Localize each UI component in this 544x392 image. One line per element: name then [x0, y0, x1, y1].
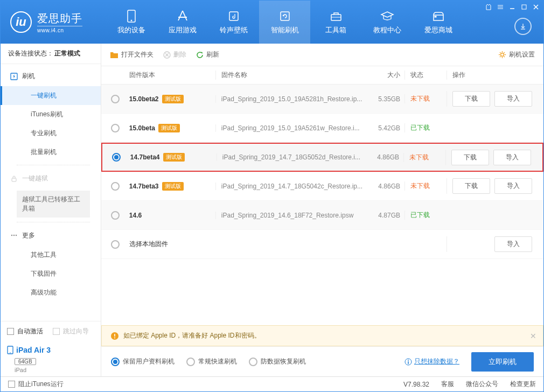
erase-only-link[interactable]: 只想抹除数据？ — [404, 357, 459, 366]
firmware-row[interactable]: 14.6 iPad_Spring_2019_14.6_18F72_Restore… — [101, 201, 543, 230]
row-radio[interactable] — [111, 182, 120, 191]
store-icon — [431, 9, 445, 23]
mode-keep-data[interactable]: 保留用户资料刷机 — [111, 357, 175, 366]
import-button[interactable]: 导入 — [494, 91, 532, 107]
firmware-row[interactable]: 15.0beta2测试版 iPad_Spring_2019_15.0_19A52… — [101, 85, 543, 114]
mode-antirecovery[interactable]: 防数据恢复刷机 — [249, 357, 306, 366]
nav-toolbox[interactable]: 工具箱 — [310, 1, 361, 44]
firmware-size: 5.42GB — [362, 124, 404, 132]
app-header: iu 爱思助手 www.i4.cn 我的设备 应用游戏 铃声壁纸 智能刷机 工具… — [1, 1, 543, 44]
logo: iu 爱思助手 www.i4.cn — [1, 1, 106, 44]
col-status: 状态 — [404, 71, 447, 80]
footer-wechat[interactable]: 微信公众号 — [466, 380, 498, 389]
row-radio[interactable] — [112, 153, 121, 162]
import-button[interactable]: 导入 — [494, 236, 532, 252]
download-button[interactable]: 下载 — [451, 150, 489, 165]
footer-support[interactable]: 客服 — [441, 380, 454, 389]
flash-settings-button[interactable]: 刷机设置 — [498, 50, 535, 59]
top-nav: 我的设备 应用游戏 铃声壁纸 智能刷机 工具箱 教程中心 爱思商城 — [106, 1, 543, 44]
row-radio[interactable] — [111, 211, 120, 220]
nav-ringtones[interactable]: 铃声壁纸 — [208, 1, 259, 44]
download-button[interactable]: 下载 — [452, 178, 490, 194]
footer-checkupdate[interactable]: 检查更新 — [510, 380, 536, 389]
connection-status: 设备连接状态：正常模式 — [1, 44, 101, 64]
sidebar-item-othertools[interactable]: 其他工具 — [1, 246, 101, 264]
row-radio[interactable] — [111, 95, 120, 103]
import-button[interactable]: 导入 — [493, 150, 531, 165]
import-button[interactable]: 导入 — [494, 178, 532, 194]
beta-tag: 测试版 — [163, 153, 185, 162]
graduation-icon — [380, 9, 394, 23]
sidebar: 设备连接状态：正常模式 刷机 一键刷机 iTunes刷机 专业刷机 批量刷机 一… — [1, 44, 101, 376]
row-radio[interactable] — [111, 240, 120, 249]
nav-store[interactable]: 爱思商城 — [413, 1, 464, 44]
sidebar-item-downloadfw[interactable]: 下载固件 — [1, 264, 101, 283]
firmware-row[interactable]: 15.0beta测试版 iPad_Spring_2019_15.0_19A526… — [101, 114, 543, 143]
download-indicator[interactable] — [514, 18, 532, 35]
block-itunes-checkbox[interactable]: 阻止iTunes运行 — [8, 380, 64, 389]
auto-activate-checkbox[interactable]: 自动激活 — [7, 327, 43, 336]
col-ops: 操作 — [447, 71, 534, 80]
sidebar-item-pro[interactable]: 专业刷机 — [1, 124, 101, 143]
nav-tutorials[interactable]: 教程中心 — [361, 1, 413, 44]
version-text: 15.0beta — [129, 124, 155, 132]
device-name[interactable]: iPad Air 3 — [7, 346, 94, 354]
jailbreak-note[interactable]: 越狱工具已转移至工具箱 — [17, 191, 90, 218]
col-name: 固件名称 — [215, 71, 362, 80]
svg-line-32 — [500, 57, 500, 57]
logo-icon: iu — [10, 11, 32, 33]
delete-button: 删除 — [163, 50, 186, 59]
download-button[interactable]: 下载 — [452, 91, 490, 107]
svg-point-24 — [501, 53, 504, 57]
close-icon[interactable] — [532, 3, 540, 11]
row-actions: 下载导入 — [445, 150, 533, 165]
sidebar-item-oneclick[interactable]: 一键刷机 — [1, 86, 101, 105]
sidebar-item-advanced[interactable]: 高级功能 — [1, 283, 101, 302]
alert-close-button[interactable]: ✕ — [530, 332, 536, 340]
firmware-row[interactable]: 14.7beta4测试版 iPad_Spring_2019_14.7_18G50… — [101, 143, 543, 172]
beta-tag: 测试版 — [162, 95, 184, 103]
skip-guide-checkbox: 跳过向导 — [53, 327, 89, 336]
svg-line-31 — [504, 52, 505, 53]
firmware-row[interactable]: 14.7beta3测试版 iPad_Spring_2019_14.7_18G50… — [101, 172, 543, 201]
flash-now-button[interactable]: 立即刷机 — [471, 352, 534, 372]
select-local-label: 选择本地固件 — [129, 240, 215, 249]
firmware-name: iPad_Spring_2019_14.6_18F72_Restore.ipsw — [215, 212, 362, 219]
svg-point-17 — [13, 235, 15, 236]
row-actions: 下载导入 — [447, 178, 534, 194]
skin-icon[interactable] — [484, 3, 493, 11]
main-panel: 打开文件夹 删除 刷新 刷机设置 固件版本 固件名称 大小 状态 操作 15.0… — [101, 44, 543, 376]
svg-point-1 — [131, 20, 132, 21]
svg-line-30 — [504, 57, 505, 57]
row-radio[interactable] — [111, 124, 120, 132]
beta-tag: 测试版 — [162, 182, 184, 191]
footer: 阻止iTunes运行 V7.98.32 客服 微信公众号 检查更新 — [1, 376, 543, 391]
firmware-name: iPad_Spring_2019_15.0_19A5281h_Restore.i… — [215, 95, 362, 103]
sidebar-group-flash[interactable]: 刷机 — [1, 66, 101, 86]
version-text: 15.0beta2 — [129, 95, 159, 103]
refresh-button[interactable]: 刷新 — [196, 50, 219, 59]
nav-flash[interactable]: 智能刷机 — [259, 1, 310, 44]
open-folder-button[interactable]: 打开文件夹 — [110, 50, 154, 59]
row-actions: 下载导入 — [447, 91, 534, 107]
firmware-size: 4.86GB — [361, 153, 403, 161]
firmware-status: 未下载 — [404, 181, 447, 191]
nav-my-device[interactable]: 我的设备 — [106, 1, 157, 44]
maximize-icon[interactable] — [520, 3, 528, 11]
sidebar-group-more[interactable]: 更多 — [1, 226, 101, 246]
toolbar: 打开文件夹 删除 刷新 刷机设置 — [101, 44, 543, 66]
firmware-status: 已下载 — [404, 211, 447, 220]
gear-icon — [498, 51, 506, 59]
music-icon — [227, 9, 241, 23]
minimize-icon[interactable] — [508, 3, 517, 11]
nav-apps[interactable]: 应用游戏 — [157, 1, 208, 44]
refresh-icon — [278, 9, 292, 23]
menu-icon[interactable] — [496, 3, 505, 11]
sidebar-item-itunes[interactable]: iTunes刷机 — [1, 105, 101, 124]
local-firmware-row[interactable]: 选择本地固件 导入 — [101, 230, 543, 259]
lock-icon — [10, 175, 18, 183]
firmware-name: iPad_Spring_2019_14.7_18G5052d_Restore.i… — [217, 153, 361, 161]
svg-rect-6 — [435, 16, 436, 17]
mode-normal[interactable]: 常规快速刷机 — [186, 357, 237, 366]
sidebar-item-batch[interactable]: 批量刷机 — [1, 143, 101, 162]
